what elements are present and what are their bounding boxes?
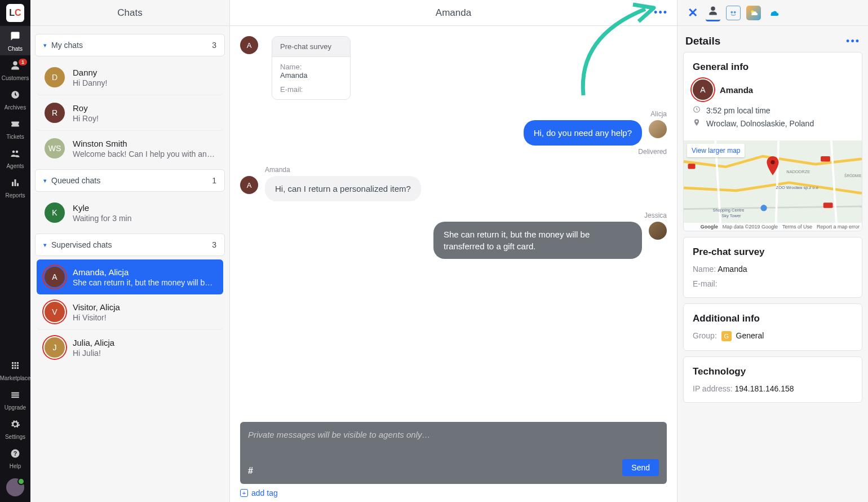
card-title: Additional info (684, 304, 862, 331)
chat-name: Danny (73, 68, 215, 77)
general-info-card: General info A Amanda 3:52 pm local time… (683, 52, 862, 231)
survey-email-label: E-mail: (280, 85, 342, 94)
add-tag-button[interactable]: + add tag (240, 488, 667, 497)
section-count: 3 (212, 41, 216, 50)
message-input[interactable] (248, 430, 659, 455)
nav-help[interactable]: ? Help (0, 443, 30, 473)
grid-icon (10, 360, 20, 373)
message-bubble-customer: Hi, can I return a personalized item? (265, 176, 421, 201)
chat-name: Visitor, Alicja (73, 302, 215, 312)
map-report[interactable]: Report a map error (817, 224, 860, 230)
svg-text:Sky Tower: Sky Tower (721, 213, 741, 218)
card-title: Technology (684, 357, 862, 384)
ticket-icon (10, 119, 20, 132)
group-badge: G (721, 331, 732, 341)
svg-text:ZOO Wrocław sp.z o.o: ZOO Wrocław sp.z o.o (776, 185, 818, 190)
chat-list-item[interactable]: WS Winston Smith Welcome back! Can I hel… (37, 131, 223, 166)
integration-owl-icon[interactable] (726, 6, 741, 20)
chat-list-item[interactable]: R Roy Hi Roy! (37, 95, 223, 131)
location: Wroclaw, Dolnoslaskie, Poland (706, 119, 814, 128)
prechat-survey-card: Pre-chat survey Name: Amanda E-mail: (272, 36, 351, 100)
more-menu-icon[interactable]: ••• (846, 36, 860, 47)
svg-point-4 (734, 11, 736, 13)
integration-weather-icon[interactable] (746, 6, 761, 20)
chat-snippet: Hi Danny! (73, 78, 215, 87)
nav-settings[interactable]: Settings (0, 414, 30, 443)
avatar: A (45, 267, 65, 287)
customer-avatar: A (240, 176, 258, 194)
conversation-title: Amanda (436, 7, 471, 19)
nav-agents[interactable]: Agents (0, 143, 30, 173)
customer-avatar: A (693, 80, 713, 100)
nav-chats[interactable]: Chats (0, 26, 30, 55)
chat-name: Julia, Alicja (73, 338, 215, 347)
upgrade-icon (10, 390, 20, 403)
svg-rect-10 (823, 202, 833, 208)
chat-snippet: Waiting for 3 min (73, 214, 215, 223)
avatar: R (45, 103, 65, 123)
location-map[interactable]: NADODRZE ŚRÓDMIEŚ ZOO Wrocław sp.z o.o S… (684, 140, 862, 231)
chat-list-item[interactable]: K Kyle Waiting for 3 min (37, 195, 223, 230)
person-tab-icon[interactable] (706, 5, 720, 21)
chart-icon (10, 178, 20, 191)
message-composer: # Send (240, 422, 667, 484)
chat-name: Kyle (73, 203, 215, 213)
message-author: Jessica (644, 212, 667, 219)
map-terms[interactable]: Terms of Use (782, 224, 812, 230)
message-author: Alicja (650, 110, 667, 118)
chat-list-item[interactable]: A Amanda, Alicja She can return it, but … (37, 259, 223, 294)
svg-rect-9 (688, 164, 695, 169)
section-queued-chats[interactable]: ▾ Queued chats 1 (35, 169, 225, 192)
more-menu-icon[interactable]: ••• (654, 7, 668, 19)
nav-tickets[interactable]: Tickets (0, 114, 30, 143)
agent-avatar (649, 222, 667, 240)
svg-text:?: ? (14, 450, 17, 457)
chats-title: Chats (30, 0, 229, 26)
group-label: Group: (693, 331, 717, 340)
prechat-survey-card: Pre-chat survey Name: Amanda E-mail: (683, 237, 862, 298)
gear-icon (10, 419, 20, 432)
survey-name-label: Name: (280, 63, 342, 71)
message-bubble-agent: Hi, do you need any help? (524, 120, 642, 146)
name-label: Name: (693, 265, 718, 274)
chat-list-item[interactable]: J Julia, Alicja Hi Julia! (37, 330, 223, 365)
name-value: Amanda (718, 265, 747, 274)
section-count: 3 (212, 240, 216, 249)
agents-icon (10, 148, 20, 161)
send-button[interactable]: Send (622, 459, 659, 476)
nav-label: Help (10, 463, 21, 469)
customer-avatar: A (240, 36, 258, 54)
section-supervised-chats[interactable]: ▾ Supervised chats 3 (35, 234, 225, 256)
nav-upgrade[interactable]: Upgrade (0, 385, 30, 414)
group-value: General (736, 331, 764, 340)
chat-list-item[interactable]: V Visitor, Alicja Hi Visitor! (37, 294, 223, 330)
agent-avatar (649, 120, 667, 138)
svg-rect-8 (821, 156, 830, 161)
nav-marketplace[interactable]: Marketplace (0, 355, 30, 385)
user-avatar[interactable] (6, 478, 24, 496)
map-google-logo: Google (701, 224, 718, 230)
integration-salesforce-icon[interactable] (767, 6, 781, 20)
close-icon[interactable]: ✕ (685, 6, 700, 20)
section-my-chats[interactable]: ▾ My chats 3 (35, 34, 225, 56)
nav-label: Chats (8, 46, 23, 52)
nav-customers[interactable]: Customers 1 (0, 55, 30, 85)
nav-label: Reports (5, 192, 25, 199)
nav-label: Customers (2, 75, 29, 81)
card-title: Pre-chat survey (684, 237, 862, 265)
chat-list-item[interactable]: D Danny Hi Danny! (37, 60, 223, 95)
nav-reports[interactable]: Reports (0, 173, 30, 202)
view-larger-map-button[interactable]: View larger map (687, 144, 745, 157)
hash-shortcut-icon[interactable]: # (248, 466, 253, 476)
customer-name: Amanda (720, 85, 753, 95)
email-label: E-mail: (693, 279, 718, 288)
section-label: Supervised chats (51, 240, 112, 249)
chat-snippet: She can return it, but the money will be… (73, 278, 215, 287)
nav-archives[interactable]: Archives (0, 85, 30, 114)
chat-name: Winston Smith (73, 139, 215, 148)
svg-point-17 (770, 160, 774, 164)
details-title: Details (685, 35, 720, 47)
svg-text:NADODRZE: NADODRZE (786, 169, 810, 174)
technology-card: Technology IP address: 194.181.146.158 (683, 356, 862, 403)
additional-info-card: Additional info Group: G General (683, 303, 862, 351)
